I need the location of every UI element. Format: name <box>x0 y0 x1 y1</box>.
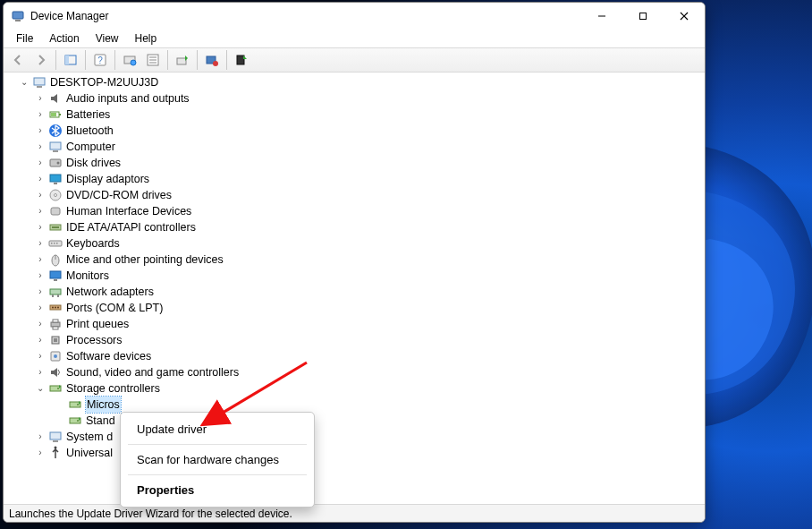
tree-category-node[interactable]: ›Bluetooth <box>7 123 705 139</box>
tree-node-label[interactable]: Print queues <box>66 316 129 332</box>
chevron-right-icon[interactable]: › <box>34 92 47 105</box>
chevron-right-icon[interactable]: › <box>34 350 47 363</box>
tree-node-label[interactable]: Storage controllers <box>66 380 160 397</box>
tree-node-label[interactable]: Computer <box>66 139 115 155</box>
chevron-right-icon[interactable]: › <box>34 366 47 379</box>
chevron-right-icon[interactable]: › <box>34 269 47 282</box>
svg-rect-16 <box>177 58 186 64</box>
tree-node-label[interactable]: Software devices <box>66 348 151 364</box>
system-icon <box>48 430 63 444</box>
tree-node-label[interactable]: Stand <box>86 413 115 429</box>
context-update-driver[interactable]: Update driver <box>121 416 314 442</box>
chevron-right-icon[interactable]: › <box>34 124 47 137</box>
tree-category-node[interactable]: ›Universal <box>7 445 705 461</box>
enable-device-toolbar-button[interactable] <box>231 49 252 71</box>
tree-category-node[interactable]: ›Audio inputs and outputs <box>7 90 705 107</box>
svg-rect-1 <box>15 20 21 21</box>
tree-category-node[interactable]: ›Display adaptors <box>7 171 705 187</box>
chevron-down-icon[interactable]: ⌄ <box>34 382 47 395</box>
chevron-right-icon[interactable]: › <box>34 189 47 201</box>
svg-point-33 <box>55 194 57 197</box>
tree-category-node[interactable]: ›Computer <box>7 139 705 155</box>
chevron-down-icon[interactable]: ⌄ <box>18 76 30 89</box>
tree-node-label[interactable]: Batteries <box>66 107 110 123</box>
tree-node-label[interactable]: Keyboards <box>66 235 120 252</box>
tree-category-node[interactable]: ›Network adapters <box>7 284 705 300</box>
help-toolbar-button[interactable]: ? <box>89 49 111 71</box>
tree-category-node[interactable]: ›Human Interface Devices <box>7 203 705 219</box>
mouse-icon <box>48 252 63 267</box>
tree-category-node[interactable]: ›Batteries <box>7 107 705 123</box>
svg-point-49 <box>52 307 54 309</box>
forward-button[interactable] <box>30 49 52 71</box>
tree-node-label[interactable]: Micros <box>86 397 121 413</box>
tree-category-node[interactable]: ›System d <box>7 429 705 445</box>
tree-category-node[interactable]: ›Software devices <box>7 348 705 364</box>
properties-toolbar-button[interactable] <box>142 49 164 71</box>
close-button[interactable] <box>664 3 705 30</box>
tree-category-node[interactable]: ›Monitors <box>7 268 705 284</box>
tree-node-label[interactable]: Display adaptors <box>66 171 149 187</box>
tree-node-label[interactable]: Bluetooth <box>66 123 114 139</box>
chevron-right-icon[interactable]: › <box>34 334 47 346</box>
tree-category-node[interactable]: ⌄Storage controllers <box>7 380 705 397</box>
tree-node-label[interactable]: Ports (COM & LPT) <box>66 300 163 316</box>
uninstall-device-toolbar-button[interactable] <box>201 49 223 71</box>
chevron-right-icon[interactable]: › <box>34 205 47 218</box>
context-scan-hardware[interactable]: Scan for hardware changes <box>121 447 314 473</box>
tree-category-node[interactable]: ›IDE ATA/ATAPI controllers <box>7 219 705 235</box>
chevron-right-icon[interactable]: › <box>34 253 47 266</box>
tree-category-node[interactable]: ›DVD/CD-ROM drives <box>7 187 705 203</box>
tree-node-label[interactable]: Human Interface Devices <box>66 203 191 219</box>
maximize-button[interactable] <box>622 3 664 30</box>
tree-node-label[interactable]: Network adapters <box>66 284 154 300</box>
tree-category-node[interactable]: ›Mice and other pointing devices <box>7 252 705 268</box>
menu-view[interactable]: View <box>89 31 126 46</box>
software-icon <box>48 349 63 363</box>
menu-action[interactable]: Action <box>42 31 86 46</box>
chevron-right-icon[interactable]: › <box>34 286 47 298</box>
show-hide-console-tree-button[interactable] <box>60 49 81 71</box>
chevron-right-icon[interactable]: › <box>34 157 47 169</box>
tree-node-label[interactable]: Universal <box>66 445 113 461</box>
tree-category-node[interactable]: ›Ports (COM & LPT) <box>7 300 705 316</box>
menu-file[interactable]: File <box>9 31 40 46</box>
update-driver-toolbar-button[interactable] <box>172 49 193 71</box>
tree-category-node[interactable]: ›Sound, video and game controllers <box>7 364 705 380</box>
tree-node-label[interactable]: Sound, video and game controllers <box>66 364 239 380</box>
tree-node-label[interactable]: Processors <box>66 332 123 348</box>
chevron-right-icon[interactable]: › <box>34 447 47 459</box>
tree-node-label[interactable]: IDE ATA/ATAPI controllers <box>66 219 196 235</box>
tree-node-label[interactable]: DESKTOP-M2UUJ3D <box>50 74 158 90</box>
scan-hardware-button[interactable] <box>119 49 140 71</box>
tree-category-node[interactable]: ›Print queues <box>7 316 705 332</box>
context-properties[interactable]: Properties <box>121 477 314 503</box>
tree-category-node[interactable]: ›Processors <box>7 332 705 348</box>
tree-node-label[interactable]: Audio inputs and outputs <box>66 90 190 107</box>
chevron-right-icon[interactable]: › <box>34 237 47 250</box>
tree-node-label[interactable]: Monitors <box>66 268 109 284</box>
minimize-button[interactable] <box>581 3 622 30</box>
back-button[interactable] <box>7 49 29 71</box>
chevron-right-icon[interactable]: › <box>34 318 47 330</box>
tree-category-node[interactable]: ›Disk drives <box>7 155 705 171</box>
chevron-right-icon[interactable]: › <box>34 141 47 153</box>
tree-node-label[interactable]: DVD/CD-ROM drives <box>66 187 172 203</box>
tree-root-node[interactable]: ⌄ DESKTOP-M2UUJ3D <box>7 74 705 90</box>
chevron-right-icon[interactable]: › <box>34 302 47 314</box>
tree-device-node[interactable]: Micros <box>7 397 705 413</box>
chevron-right-icon[interactable]: › <box>34 173 47 185</box>
tree-category-node[interactable]: ›Keyboards <box>7 235 705 252</box>
tree-device-node[interactable]: Stand <box>7 413 705 429</box>
title-bar[interactable]: Device Manager <box>4 3 705 30</box>
tree-node-label[interactable]: System d <box>66 429 113 445</box>
chevron-right-icon[interactable]: › <box>34 221 47 234</box>
tree-node-label[interactable]: Disk drives <box>66 155 121 171</box>
svg-point-18 <box>213 61 218 66</box>
chevron-right-icon[interactable]: › <box>34 431 47 443</box>
toolbar-separator <box>114 50 115 70</box>
tree-node-label[interactable]: Mice and other pointing devices <box>66 252 224 268</box>
chevron-right-icon[interactable]: › <box>34 108 47 121</box>
menu-help[interactable]: Help <box>128 31 165 46</box>
device-tree[interactable]: ⌄ DESKTOP-M2UUJ3D ›Audio inputs and outp… <box>4 73 705 504</box>
